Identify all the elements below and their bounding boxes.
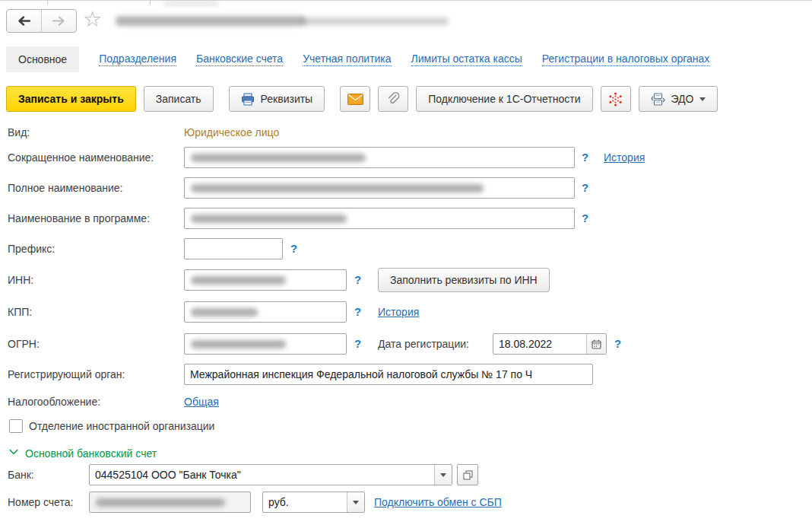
prefix-field[interactable] — [184, 238, 283, 259]
arrow-right-icon — [52, 16, 66, 26]
section-tabs: Основное Подразделения Банковские счета … — [6, 46, 709, 73]
full-name-label: Полное наименование: — [8, 177, 122, 199]
reg-authority-field[interactable] — [184, 364, 593, 385]
tab-osnovnoe[interactable]: Основное — [6, 46, 79, 72]
redacted-full-name — [191, 184, 484, 192]
redacted-window-title — [116, 16, 306, 26]
forward-button[interactable] — [41, 10, 76, 32]
printer-icon — [241, 93, 255, 106]
panel-separator — [47, 0, 48, 5]
paperclip-icon — [386, 92, 400, 106]
currency-field[interactable] — [262, 492, 365, 513]
edo-dropdown-button[interactable]: ЭДО — [639, 86, 718, 112]
taxation-link[interactable]: Общая — [184, 391, 219, 412]
envelope-icon — [347, 94, 363, 105]
bank-section-title[interactable]: Основной банковский счет — [25, 444, 157, 463]
full-name-field[interactable] — [184, 177, 575, 199]
tab-registracii-v-nalogovyh[interactable]: Регистрации в налоговых органах — [542, 52, 710, 66]
toolbar: Записать и закрыть Записать Реквизиты По… — [6, 85, 718, 113]
reg-date-help-icon[interactable]: ? — [614, 333, 621, 355]
connect-1c-reporting-button[interactable]: Подключение к 1С-Отчетности — [416, 86, 592, 112]
redacted-inn — [191, 276, 286, 285]
short-name-help-icon[interactable]: ? — [582, 147, 588, 168]
tab-podrazdeleniya[interactable]: Подразделения — [99, 52, 176, 66]
currency-dropdown-button[interactable] — [347, 492, 364, 512]
tab-uchetnaya-politika[interactable]: Учетная политика — [303, 52, 391, 66]
taxation-label: Налогообложение: — [8, 391, 100, 412]
window-top-border — [0, 0, 812, 1]
section-collapse-chevron-icon[interactable] — [9, 449, 18, 455]
chevron-down-icon — [353, 501, 359, 504]
open-in-form-icon — [463, 470, 473, 480]
reg-date-input[interactable] — [493, 334, 586, 354]
program-name-help-icon[interactable]: ? — [582, 208, 588, 229]
history-nav-group — [6, 9, 77, 33]
requisites-button[interactable]: Реквизиты — [229, 86, 325, 112]
favorite-star-icon[interactable]: ☆ — [83, 8, 102, 31]
kpp-history-link[interactable]: История — [378, 301, 419, 323]
currency-input[interactable] — [263, 492, 347, 512]
program-name-field[interactable] — [184, 208, 575, 229]
spark-risks-button[interactable] — [601, 86, 631, 112]
save-and-close-button[interactable]: Записать и закрыть — [6, 86, 136, 112]
reg-date-field[interactable] — [493, 333, 607, 355]
sbp-connect-link[interactable]: Подключить обмен с СБП — [374, 492, 502, 513]
bank-dropdown-button[interactable] — [434, 465, 452, 485]
fill-by-inn-button[interactable]: Заполнить реквизиты по ИНН — [378, 268, 550, 292]
full-name-help-icon[interactable]: ? — [582, 177, 588, 199]
organization-card-window: ☆ Основное Подразделения Банковские счет… — [0, 0, 812, 525]
calendar-icon — [592, 339, 601, 349]
kind-value: Юридическое лицо — [184, 122, 279, 143]
reg-date-label: Дата регистрации: — [378, 333, 469, 355]
bank-open-button[interactable] — [457, 464, 478, 485]
kpp-field[interactable] — [184, 301, 347, 323]
inn-field[interactable] — [184, 269, 347, 291]
bank-label: Банк: — [8, 464, 34, 485]
program-name-label: Наименование в программе: — [8, 208, 150, 229]
account-number-field[interactable] — [89, 492, 251, 513]
reg-authority-label: Регистрирующий орган: — [8, 364, 125, 385]
account-number-label: Номер счета: — [8, 492, 73, 513]
foreign-branch-label: Отделение иностранной организации — [29, 415, 214, 437]
short-name-field[interactable] — [184, 147, 575, 168]
inn-label: ИНН: — [8, 269, 33, 291]
prefix-label: Префикс: — [8, 238, 55, 259]
ogrn-field[interactable] — [184, 333, 347, 355]
document-exchange-icon — [651, 93, 665, 106]
foreign-branch-checkbox[interactable] — [9, 419, 23, 433]
prefix-help-icon[interactable]: ? — [290, 238, 297, 259]
arrow-left-icon — [17, 16, 31, 26]
panel-separator — [150, 0, 151, 5]
ogrn-help-icon[interactable]: ? — [354, 333, 361, 355]
short-name-history-link[interactable]: История — [604, 147, 645, 168]
calendar-picker-button[interactable] — [586, 334, 606, 354]
short-name-label: Сокращенное наименование: — [8, 147, 154, 168]
redacted-program-name — [191, 215, 347, 223]
tab-bankovskie-scheta[interactable]: Банковские счета — [196, 52, 283, 66]
chevron-down-icon — [440, 473, 446, 477]
attachments-button[interactable] — [378, 86, 408, 112]
back-button[interactable] — [7, 10, 41, 32]
chevron-down-icon — [699, 97, 706, 101]
reg-authority-input[interactable] — [185, 364, 592, 384]
redacted-tab-title — [164, 2, 219, 5]
bank-field[interactable] — [89, 464, 452, 485]
edo-label: ЭДО — [671, 93, 694, 105]
send-email-button[interactable] — [340, 86, 370, 112]
kpp-help-icon[interactable]: ? — [354, 301, 361, 323]
save-button[interactable]: Записать — [144, 86, 214, 112]
tab-limity-ostatka-kassy[interactable]: Лимиты остатка кассы — [411, 52, 522, 66]
redacted-ogrn — [191, 340, 286, 348]
bank-input[interactable] — [90, 465, 435, 485]
redacted-window-title-tail — [300, 18, 449, 25]
redacted-account-number — [96, 498, 225, 507]
spark-risks-icon — [607, 91, 623, 107]
kind-label: Вид: — [8, 122, 30, 143]
prefix-input[interactable] — [185, 239, 282, 259]
redacted-kpp — [191, 308, 258, 317]
kpp-label: КПП: — [8, 301, 32, 323]
inn-help-icon[interactable]: ? — [354, 269, 361, 291]
requisites-label: Реквизиты — [261, 93, 313, 105]
redacted-short-name — [191, 154, 366, 162]
ogrn-label: ОГРН: — [8, 333, 40, 355]
